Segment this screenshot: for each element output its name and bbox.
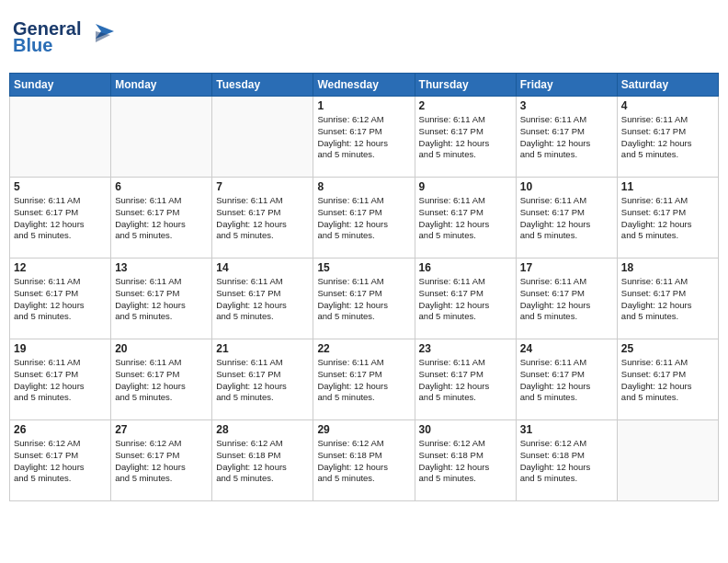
calendar-cell: 31Sunrise: 6:12 AM Sunset: 6:18 PM Dayli…	[516, 420, 617, 501]
day-number: 17	[520, 261, 613, 274]
day-content: Sunrise: 6:11 AM Sunset: 6:17 PM Dayligh…	[419, 114, 512, 161]
calendar-cell: 23Sunrise: 6:11 AM Sunset: 6:17 PM Dayli…	[415, 339, 516, 420]
weekday-header-friday: Friday	[516, 74, 617, 97]
day-content: Sunrise: 6:11 AM Sunset: 6:17 PM Dayligh…	[520, 195, 613, 242]
calendar-cell: 9Sunrise: 6:11 AM Sunset: 6:17 PM Daylig…	[415, 178, 516, 259]
day-content: Sunrise: 6:12 AM Sunset: 6:17 PM Dayligh…	[317, 114, 410, 161]
day-content: Sunrise: 6:11 AM Sunset: 6:17 PM Dayligh…	[520, 114, 613, 161]
day-content: Sunrise: 6:11 AM Sunset: 6:17 PM Dayligh…	[317, 357, 410, 404]
day-content: Sunrise: 6:11 AM Sunset: 6:17 PM Dayligh…	[621, 357, 714, 404]
calendar-cell: 7Sunrise: 6:11 AM Sunset: 6:17 PM Daylig…	[212, 178, 313, 259]
calendar-cell: 6Sunrise: 6:11 AM Sunset: 6:17 PM Daylig…	[111, 178, 212, 259]
logo: General Blue	[13, 15, 114, 60]
calendar-cell: 3Sunrise: 6:11 AM Sunset: 6:17 PM Daylig…	[516, 97, 617, 178]
day-number: 25	[621, 342, 714, 355]
calendar-cell: 26Sunrise: 6:12 AM Sunset: 6:17 PM Dayli…	[10, 420, 111, 501]
calendar-cell: 29Sunrise: 6:12 AM Sunset: 6:18 PM Dayli…	[313, 420, 415, 501]
day-number: 20	[115, 342, 208, 355]
calendar-cell: 16Sunrise: 6:11 AM Sunset: 6:17 PM Dayli…	[415, 259, 516, 339]
day-number: 26	[14, 423, 107, 436]
day-content: Sunrise: 6:11 AM Sunset: 6:17 PM Dayligh…	[419, 357, 512, 404]
day-content: Sunrise: 6:12 AM Sunset: 6:18 PM Dayligh…	[520, 438, 613, 485]
day-content: Sunrise: 6:11 AM Sunset: 6:17 PM Dayligh…	[115, 195, 208, 242]
day-content: Sunrise: 6:11 AM Sunset: 6:17 PM Dayligh…	[419, 195, 512, 242]
calendar-cell: 19Sunrise: 6:11 AM Sunset: 6:17 PM Dayli…	[10, 339, 111, 420]
day-content: Sunrise: 6:11 AM Sunset: 6:17 PM Dayligh…	[621, 195, 714, 242]
weekday-header-tuesday: Tuesday	[212, 74, 313, 97]
day-content: Sunrise: 6:11 AM Sunset: 6:17 PM Dayligh…	[14, 357, 107, 404]
calendar-cell: 1Sunrise: 6:12 AM Sunset: 6:17 PM Daylig…	[313, 97, 415, 178]
calendar-cell: 18Sunrise: 6:11 AM Sunset: 6:17 PM Dayli…	[617, 259, 718, 339]
day-number: 13	[115, 261, 208, 274]
calendar-cell: 10Sunrise: 6:11 AM Sunset: 6:17 PM Dayli…	[516, 178, 617, 259]
day-content: Sunrise: 6:11 AM Sunset: 6:17 PM Dayligh…	[216, 357, 309, 404]
calendar-cell: 11Sunrise: 6:11 AM Sunset: 6:17 PM Dayli…	[617, 178, 718, 259]
calendar-cell: 17Sunrise: 6:11 AM Sunset: 6:17 PM Dayli…	[516, 259, 617, 339]
calendar-cell: 5Sunrise: 6:11 AM Sunset: 6:17 PM Daylig…	[10, 178, 111, 259]
calendar-cell: 24Sunrise: 6:11 AM Sunset: 6:17 PM Dayli…	[516, 339, 617, 420]
day-content: Sunrise: 6:12 AM Sunset: 6:17 PM Dayligh…	[115, 438, 208, 485]
day-number: 30	[419, 423, 512, 436]
calendar-cell: 28Sunrise: 6:12 AM Sunset: 6:18 PM Dayli…	[212, 420, 313, 501]
day-content: Sunrise: 6:11 AM Sunset: 6:17 PM Dayligh…	[520, 276, 613, 323]
day-content: Sunrise: 6:11 AM Sunset: 6:17 PM Dayligh…	[317, 276, 410, 323]
day-content: Sunrise: 6:11 AM Sunset: 6:17 PM Dayligh…	[419, 276, 512, 323]
calendar-cell: 22Sunrise: 6:11 AM Sunset: 6:17 PM Dayli…	[313, 339, 415, 420]
day-number: 23	[419, 342, 512, 355]
day-number: 15	[317, 261, 410, 274]
day-number: 7	[216, 180, 309, 193]
day-number: 24	[520, 342, 613, 355]
calendar-cell: 25Sunrise: 6:11 AM Sunset: 6:17 PM Dayli…	[617, 339, 718, 420]
calendar-cell: 30Sunrise: 6:12 AM Sunset: 6:18 PM Dayli…	[415, 420, 516, 501]
day-number: 6	[115, 180, 208, 193]
calendar-cell: 12Sunrise: 6:11 AM Sunset: 6:17 PM Dayli…	[10, 259, 111, 339]
day-content: Sunrise: 6:12 AM Sunset: 6:18 PM Dayligh…	[317, 438, 410, 485]
day-number: 22	[317, 342, 410, 355]
day-content: Sunrise: 6:11 AM Sunset: 6:17 PM Dayligh…	[317, 195, 410, 242]
weekday-header-monday: Monday	[111, 74, 212, 97]
day-number: 2	[419, 99, 512, 112]
day-content: Sunrise: 6:12 AM Sunset: 6:18 PM Dayligh…	[216, 438, 309, 485]
weekday-header-wednesday: Wednesday	[313, 74, 415, 97]
day-content: Sunrise: 6:11 AM Sunset: 6:17 PM Dayligh…	[115, 276, 208, 323]
day-number: 4	[621, 99, 714, 112]
day-number: 11	[621, 180, 714, 193]
day-content: Sunrise: 6:11 AM Sunset: 6:17 PM Dayligh…	[115, 357, 208, 404]
day-number: 3	[520, 99, 613, 112]
calendar-table: SundayMondayTuesdayWednesdayThursdayFrid…	[9, 73, 719, 501]
calendar-cell: 4Sunrise: 6:11 AM Sunset: 6:17 PM Daylig…	[617, 97, 718, 178]
calendar-cell	[111, 97, 212, 178]
day-number: 29	[317, 423, 410, 436]
day-content: Sunrise: 6:11 AM Sunset: 6:17 PM Dayligh…	[621, 276, 714, 323]
calendar-cell: 27Sunrise: 6:12 AM Sunset: 6:17 PM Dayli…	[111, 420, 212, 501]
calendar-cell	[617, 420, 718, 501]
calendar-cell: 13Sunrise: 6:11 AM Sunset: 6:17 PM Dayli…	[111, 259, 212, 339]
day-content: Sunrise: 6:11 AM Sunset: 6:17 PM Dayligh…	[216, 276, 309, 323]
calendar-cell: 20Sunrise: 6:11 AM Sunset: 6:17 PM Dayli…	[111, 339, 212, 420]
day-number: 8	[317, 180, 410, 193]
calendar-cell: 14Sunrise: 6:11 AM Sunset: 6:17 PM Dayli…	[212, 259, 313, 339]
day-number: 9	[419, 180, 512, 193]
day-number: 31	[520, 423, 613, 436]
day-content: Sunrise: 6:11 AM Sunset: 6:17 PM Dayligh…	[14, 195, 107, 242]
calendar-cell: 8Sunrise: 6:11 AM Sunset: 6:17 PM Daylig…	[313, 178, 415, 259]
day-number: 10	[520, 180, 613, 193]
day-content: Sunrise: 6:12 AM Sunset: 6:17 PM Dayligh…	[14, 438, 107, 485]
logo-text: General Blue	[13, 15, 114, 60]
weekday-header-sunday: Sunday	[10, 74, 111, 97]
day-number: 5	[14, 180, 107, 193]
day-number: 21	[216, 342, 309, 355]
day-number: 18	[621, 261, 714, 274]
day-content: Sunrise: 6:11 AM Sunset: 6:17 PM Dayligh…	[216, 195, 309, 242]
calendar-cell: 15Sunrise: 6:11 AM Sunset: 6:17 PM Dayli…	[313, 259, 415, 339]
calendar-cell	[10, 97, 111, 178]
weekday-header-saturday: Saturday	[617, 74, 718, 97]
day-number: 1	[317, 99, 410, 112]
page-header: General Blue	[9, 9, 719, 65]
day-number: 28	[216, 423, 309, 436]
day-number: 16	[419, 261, 512, 274]
day-number: 14	[216, 261, 309, 274]
day-number: 19	[14, 342, 107, 355]
day-content: Sunrise: 6:11 AM Sunset: 6:17 PM Dayligh…	[14, 276, 107, 323]
day-number: 12	[14, 261, 107, 274]
